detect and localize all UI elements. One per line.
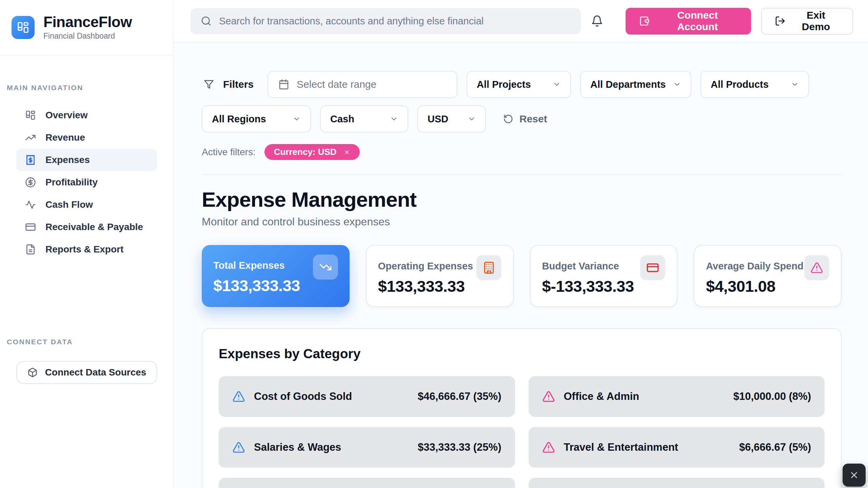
category-value: $6,666.67 (5%) <box>739 441 811 453</box>
main-navigation: Overview Revenue Expenses Profitability … <box>0 104 173 261</box>
category-name: Travel & Entertainment <box>564 441 678 453</box>
notifications-button[interactable] <box>591 14 605 28</box>
departments-select[interactable]: All Departments <box>580 71 691 98</box>
sidebar-item-label: Profitability <box>45 177 98 188</box>
chevron-down-icon <box>390 115 398 123</box>
category-value: $10,000.00 (8%) <box>733 390 811 403</box>
sidebar-item-label: Expenses <box>45 155 90 165</box>
regions-select-value: All Regions <box>212 114 266 125</box>
sidebar-item-reports-export[interactable]: Reports & Export <box>16 238 157 261</box>
category-value: $33,333.33 (25%) <box>418 441 501 453</box>
currency-select[interactable]: USD <box>417 105 486 133</box>
projects-select-value: All Projects <box>477 79 531 90</box>
stat-card-total-expenses: Total Expenses $133,333.33 <box>202 245 350 307</box>
stat-card-average-daily-spend: Average Daily Spend $4,301.08 <box>694 245 842 307</box>
sidebar-item-cash-flow[interactable]: Cash Flow <box>16 194 157 216</box>
connect-account-button[interactable]: Connect Account <box>626 8 751 35</box>
alert-triangle-icon <box>804 255 829 280</box>
products-select[interactable]: All Products <box>701 71 809 98</box>
sidebar-item-label: Overview <box>45 110 88 121</box>
sidebar-item-revenue[interactable]: Revenue <box>16 126 157 149</box>
category-name: Cost of Goods Sold <box>254 390 352 403</box>
activity-icon <box>25 199 36 210</box>
sidebar-item-label: Receivable & Payable <box>45 222 143 232</box>
connect-data-heading: CONNECT DATA <box>7 338 173 346</box>
products-select-value: All Products <box>711 79 769 90</box>
stat-label: Average Daily Spend <box>706 255 803 272</box>
close-icon <box>849 470 859 480</box>
search-icon <box>201 16 212 26</box>
date-range-input[interactable]: Select date range <box>268 71 457 98</box>
exit-demo-label: Exit Demo <box>792 9 840 33</box>
alert-triangle-icon <box>232 390 245 403</box>
sidebar-item-expenses[interactable]: Expenses <box>16 149 157 171</box>
sidebar-item-overview[interactable]: Overview <box>16 104 157 126</box>
search-bar[interactable] <box>191 8 581 34</box>
nav-heading: MAIN NAVIGATION <box>7 84 173 92</box>
alert-triangle-icon <box>542 441 555 454</box>
trending-up-icon <box>25 132 36 143</box>
alert-triangle-icon <box>542 390 555 403</box>
sidebar-item-profitability[interactable]: Profitability <box>16 171 157 194</box>
accounting-basis-value: Cash <box>330 114 354 125</box>
main-content: Filters Select date range All Projects A… <box>174 42 868 488</box>
filters-label: Filters <box>223 79 254 90</box>
sidebar: FinanceFlow Financial Dashboard MAIN NAV… <box>0 0 174 488</box>
remove-filter-icon[interactable] <box>343 149 350 156</box>
receipt-icon <box>25 155 36 165</box>
connect-data-sources-button[interactable]: Connect Data Sources <box>16 361 157 384</box>
credit-card-icon <box>640 255 665 280</box>
category-value: $46,666.67 (35%) <box>418 390 501 403</box>
chevron-down-icon <box>293 115 301 123</box>
connect-data-sources-label: Connect Data Sources <box>45 367 146 378</box>
page-title: Expense Management <box>202 187 842 211</box>
connect-account-label: Connect Account <box>657 9 737 33</box>
chevron-down-icon <box>673 80 681 88</box>
active-filter-chip-label: Currency: USD <box>274 147 337 157</box>
search-input[interactable] <box>218 15 571 27</box>
category-name: Salaries & Wages <box>254 441 341 453</box>
accounting-basis-select[interactable]: Cash <box>320 105 408 133</box>
filters-row-1: Filters Select date range All Projects A… <box>202 71 842 98</box>
calendar-icon <box>278 79 289 90</box>
chevron-down-icon <box>468 115 476 123</box>
category-row-travel-entertainment: Travel & Entertainment $6,666.67 (5%) <box>529 427 825 468</box>
cube-icon <box>27 367 38 378</box>
reset-filters-button[interactable]: Reset <box>501 113 549 125</box>
close-overlay-button[interactable] <box>843 464 866 487</box>
wallet-icon <box>639 16 650 26</box>
sidebar-item-receivable-payable[interactable]: Receivable & Payable <box>16 216 157 238</box>
brand-logo-icon <box>12 16 35 39</box>
category-row-professional-services: Professional Services $3,333.33 (3%) <box>529 478 825 488</box>
stat-label: Operating Expenses <box>378 255 473 272</box>
section-divider <box>202 174 842 175</box>
trending-down-icon <box>313 255 338 280</box>
category-row-salaries-wages: Salaries & Wages $33,333.33 (25%) <box>219 427 515 468</box>
building-icon <box>476 255 501 280</box>
departments-select-value: All Departments <box>590 79 666 90</box>
category-grid: Cost of Goods Sold $46,666.67 (35%) Offi… <box>219 376 825 488</box>
funnel-icon <box>204 79 214 89</box>
reset-label: Reset <box>519 113 547 125</box>
sidebar-item-label: Reports & Export <box>45 244 123 255</box>
category-row-office-admin: Office & Admin $10,000.00 (8%) <box>529 376 825 417</box>
chevron-down-icon <box>791 80 799 88</box>
exit-demo-button[interactable]: Exit Demo <box>761 8 853 35</box>
active-filters-row: Active filters: Currency: USD <box>202 144 842 160</box>
regions-select[interactable]: All Regions <box>202 105 311 133</box>
sidebar-item-label: Revenue <box>45 132 85 143</box>
category-name: Office & Admin <box>564 390 639 403</box>
logout-icon <box>775 16 786 26</box>
active-filter-chip[interactable]: Currency: USD <box>264 144 360 160</box>
bell-icon <box>591 15 603 27</box>
brand-name: FinanceFlow <box>43 14 132 30</box>
page-subtitle: Monitor and control business expenses <box>202 216 842 228</box>
stat-card-budget-variance: Budget Variance $-133,333.33 <box>530 245 678 307</box>
credit-card-icon <box>25 222 36 232</box>
chevron-down-icon <box>553 80 561 88</box>
category-row-marketing: Marketing $20,000.00 (15%) <box>219 478 515 488</box>
projects-select[interactable]: All Projects <box>467 71 571 98</box>
stat-card-operating-expenses: Operating Expenses $133,333.33 <box>366 245 514 307</box>
brand: FinanceFlow Financial Dashboard <box>0 0 173 55</box>
topbar: Connect Account Exit Demo <box>174 0 868 42</box>
